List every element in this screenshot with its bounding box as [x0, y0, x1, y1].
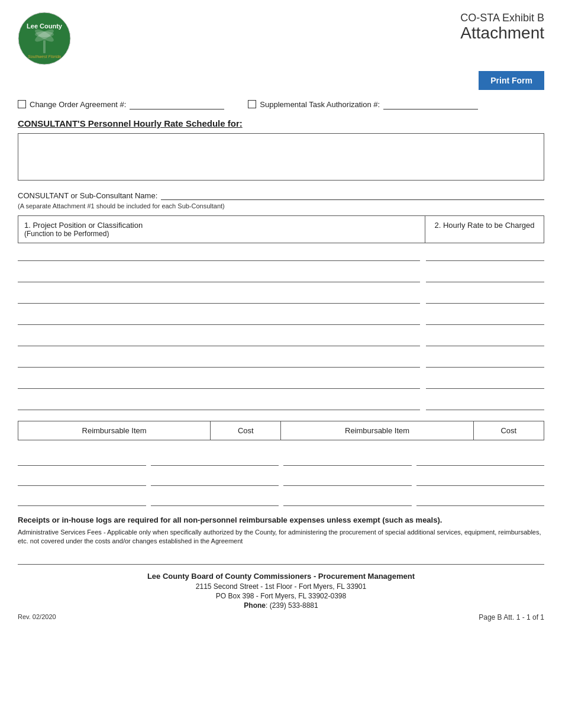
change-order-label: Change Order Agreement #: [30, 100, 126, 109]
position-input-4[interactable] [18, 314, 420, 325]
position-input-2[interactable] [18, 272, 420, 282]
change-order-checkbox[interactable] [18, 100, 26, 108]
col-position-header: 1. Project Position or Classification (F… [18, 216, 425, 243]
reimb-col4-header: Cost [473, 421, 544, 440]
receipts-note: Receipts or in-house logs are required f… [18, 516, 544, 524]
rate-input-1[interactable] [426, 250, 544, 261]
schedule-text-area[interactable] [18, 133, 544, 181]
svg-rect-1 [43, 40, 46, 53]
sub-consultant-note: (A separate Attachment #1 should be incl… [18, 202, 544, 210]
rate-input-8[interactable] [426, 400, 544, 410]
consultant-name-label: CONSULTANT or Sub-Consultant Name: [18, 191, 157, 200]
reimb-cost-3b[interactable] [416, 495, 545, 506]
reimb-item-1b[interactable] [283, 455, 412, 466]
position-input-6[interactable] [18, 357, 420, 368]
footer-phone-number: (239) 533-8881 [270, 601, 318, 610]
consultant-name-input[interactable] [161, 189, 544, 200]
footer: Lee County Board of County Commissioners… [18, 564, 544, 621]
rate-input-3[interactable] [426, 293, 544, 304]
reimb-item-3b[interactable] [283, 495, 412, 506]
footer-bottom: Rev. 02/2020 Page B Att. 1 - 1 of 1 [18, 613, 544, 621]
reimb-cost-1a[interactable] [151, 455, 279, 466]
checkbox-row: Change Order Agreement #: Supplemental T… [18, 99, 544, 109]
reimb-col3-header: Reimbursable Item [281, 421, 473, 440]
logo: Lee County Southwest Florida [18, 12, 71, 65]
table-row [18, 272, 544, 282]
svg-point-4 [35, 31, 54, 37]
reimb-item-1a[interactable] [18, 455, 146, 466]
footer-phone: Phone: (239) 533-8881 [18, 601, 544, 610]
footer-page: Page B Att. 1 - 1 of 1 [479, 613, 544, 621]
svg-text:Southwest Florida: Southwest Florida [28, 54, 61, 59]
footer-address2: PO Box 398 - Fort Myers, FL 33902-0398 [18, 592, 544, 600]
table-row [18, 250, 544, 261]
svg-text:Lee County: Lee County [27, 22, 63, 30]
reimb-row [18, 455, 544, 466]
position-input-1[interactable] [18, 250, 420, 261]
page-title: CO-STA Exhibit B Attachment [460, 12, 544, 43]
position-input-3[interactable] [18, 293, 420, 304]
col-rate-header: 2. Hourly Rate to be Charged [425, 216, 544, 243]
reimbursable-rows [18, 449, 544, 506]
table-row [18, 357, 544, 368]
table-row [18, 336, 544, 346]
footer-rev: Rev. 02/2020 [18, 613, 56, 621]
footer-address1: 2115 Second Street - 1st Floor - Fort My… [18, 582, 544, 591]
reimb-item-3a[interactable] [18, 495, 146, 506]
reimb-cost-2a[interactable] [151, 475, 279, 486]
rate-input-2[interactable] [426, 272, 544, 282]
reimb-cost-3a[interactable] [151, 495, 279, 506]
data-rows [18, 243, 544, 410]
supplemental-task-checkbox[interactable] [248, 100, 256, 108]
rate-input-6[interactable] [426, 357, 544, 368]
reimb-cost-2b[interactable] [416, 475, 545, 486]
reimb-row [18, 495, 544, 506]
table-row [18, 293, 544, 304]
reimb-col2-header: Cost [211, 421, 281, 440]
footer-org: Lee County Board of County Commissioners… [18, 572, 544, 581]
rate-input-4[interactable] [426, 314, 544, 325]
reimb-row [18, 475, 544, 486]
position-input-8[interactable] [18, 400, 420, 410]
table-row [18, 378, 544, 389]
reimb-cost-1b[interactable] [416, 455, 545, 466]
change-order-input[interactable] [130, 99, 224, 109]
rate-input-7[interactable] [426, 378, 544, 389]
table-row [18, 400, 544, 410]
rate-input-5[interactable] [426, 336, 544, 346]
table-header: 1. Project Position or Classification (F… [18, 215, 544, 243]
position-input-7[interactable] [18, 378, 420, 389]
footer-phone-label: Phone: [244, 601, 269, 610]
reimb-item-2a[interactable] [18, 475, 146, 486]
reimbursable-table: Reimbursable Item Cost Reimbursable Item… [18, 421, 544, 440]
consultant-name-row: CONSULTANT or Sub-Consultant Name: [18, 189, 544, 200]
supplemental-task-input[interactable] [383, 99, 478, 109]
print-button[interactable]: Print Form [479, 71, 544, 90]
position-input-5[interactable] [18, 336, 420, 346]
admin-note: Administrative Services Fees - Applicabl… [18, 528, 544, 546]
reimb-item-2b[interactable] [283, 475, 412, 486]
table-row [18, 314, 544, 325]
section-title: CONSULTANT'S Personnel Hourly Rate Sched… [18, 118, 544, 128]
reimb-col1-header: Reimbursable Item [18, 421, 211, 440]
supplemental-task-label: Supplemental Task Authorization #: [260, 100, 380, 109]
